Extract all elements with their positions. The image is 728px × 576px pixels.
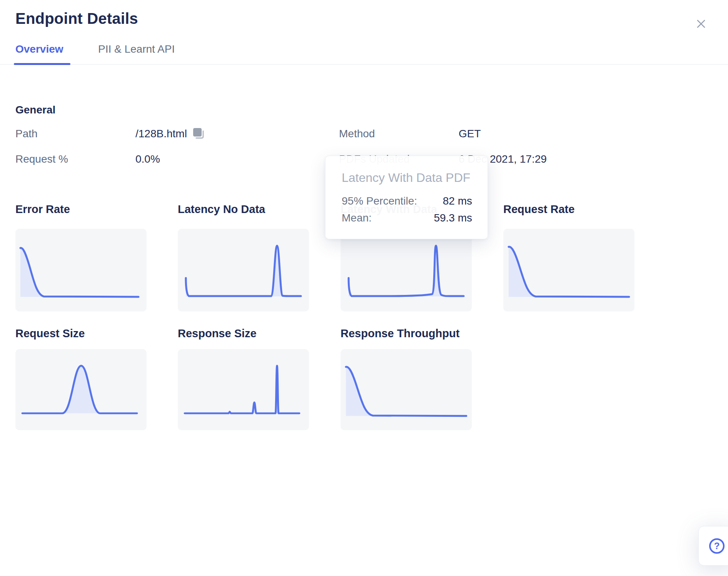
tooltip-title: Latency With Data PDF	[342, 171, 470, 185]
response-size-chart[interactable]	[178, 349, 309, 430]
chart-title-request-size: Request Size	[15, 327, 85, 340]
response-size-chart-slot: Response Size	[178, 327, 309, 432]
tooltip-mean-label: Mean:	[342, 212, 372, 224]
response-throughput-chart[interactable]	[341, 349, 472, 430]
tab-divider	[0, 64, 728, 65]
tooltip-percentile-value: 82 ms	[443, 195, 472, 207]
tooltip-mean-value: 59.3 ms	[434, 212, 472, 224]
error-rate-chart[interactable]	[15, 229, 147, 311]
chart-title-response-throughput: Response Throughput	[341, 327, 459, 340]
active-tab-indicator	[14, 63, 70, 65]
path-text: /128B.html	[135, 128, 187, 140]
close-button[interactable]	[693, 15, 710, 32]
request-percent-value: 0.0%	[135, 152, 160, 166]
chart-title-latency-no-data: Latency No Data	[178, 203, 265, 216]
help-button[interactable]: ?	[698, 526, 728, 566]
path-value: /128B.html	[135, 127, 204, 142]
method-label: Method	[339, 127, 375, 141]
question-circle-icon: ?	[709, 538, 725, 554]
latency-no-data-chart[interactable]	[178, 229, 309, 311]
copy-icon[interactable]	[192, 127, 204, 142]
request-size-chart[interactable]	[15, 349, 147, 430]
general-section-heading: General	[15, 104, 55, 116]
latency-with-data-chart[interactable]	[341, 229, 472, 311]
page-title: Endpoint Details	[15, 10, 138, 27]
request-rate-chart-slot: Request Rate	[503, 203, 634, 311]
tab-bar: Overview PII & Learnt API	[0, 42, 728, 65]
error-rate-chart-slot: Error Rate	[15, 203, 147, 311]
tooltip-percentile-label: 95% Percentile:	[342, 195, 417, 207]
request-size-chart-slot: Request Size	[15, 327, 147, 432]
chart-title-response-size: Response Size	[178, 327, 257, 340]
tab-pii-learnt-api[interactable]: PII & Learnt API	[98, 42, 175, 57]
chart-title-error-rate: Error Rate	[15, 203, 70, 216]
request-rate-chart[interactable]	[503, 229, 634, 311]
tab-overview[interactable]: Overview	[15, 42, 63, 57]
method-value: GET	[459, 127, 481, 141]
request-percent-label: Request %	[15, 152, 68, 166]
tooltip-row-percentile: 95% Percentile: 82 ms	[342, 195, 472, 207]
chart-tooltip: Latency With Data PDF 95% Percentile: 82…	[325, 156, 488, 239]
path-label: Path	[15, 127, 38, 141]
chart-title-request-rate: Request Rate	[503, 203, 574, 216]
latency-no-data-chart-slot: Latency No Data	[178, 203, 309, 311]
close-icon	[695, 17, 708, 30]
response-throughput-chart-slot: Response Throughput	[341, 327, 472, 432]
endpoint-details-modal: Endpoint Details Overview PII & Learnt A…	[0, 0, 728, 576]
tooltip-row-mean: Mean: 59.3 ms	[342, 212, 472, 224]
